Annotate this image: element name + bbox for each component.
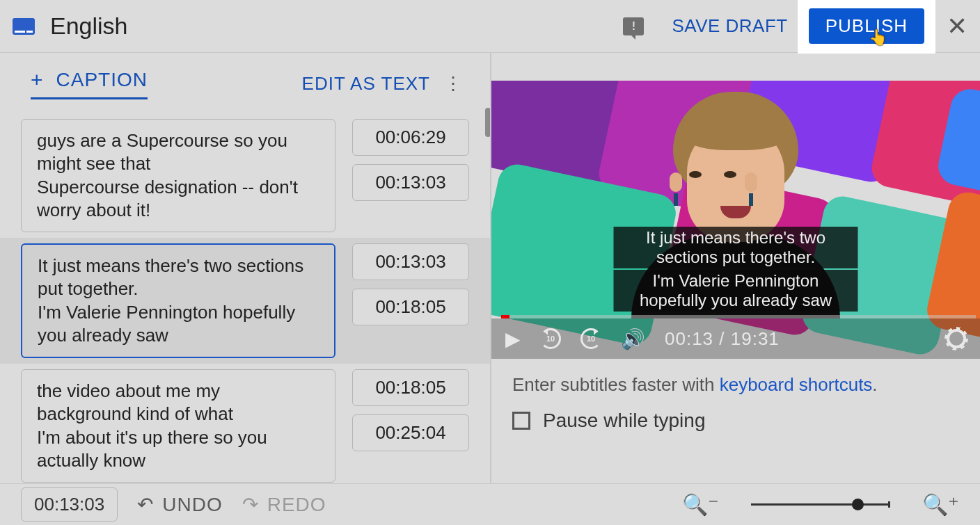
video-time-display: 00:13 / 19:31 — [665, 328, 780, 350]
caption-text-input[interactable]: guys are a Supercourse so you might see … — [21, 119, 335, 232]
header-bar: English ! SAVE DRAFT PUBLISH 👆 ✕ — [0, 0, 980, 53]
play-icon[interactable]: ▶ — [505, 328, 521, 350]
caption-row[interactable]: the video about me my background kind of… — [21, 364, 469, 483]
undo-label: UNDO — [162, 494, 222, 516]
redo-label: REDO — [267, 494, 326, 516]
plus-icon: + — [31, 68, 44, 92]
caption-text-input[interactable]: It just means there's two sections put t… — [21, 243, 335, 358]
save-draft-button[interactable]: SAVE DRAFT — [672, 15, 787, 37]
video-controls: ▶ 10 10 🔊 00:13 / 19:31 — [491, 318, 980, 359]
language-title: English — [50, 13, 128, 40]
zoom-slider-thumb[interactable] — [852, 499, 864, 510]
volume-icon[interactable]: 🔊 — [621, 328, 645, 350]
publish-button-label: PUBLISH — [825, 15, 908, 36]
settings-gear-icon[interactable] — [947, 329, 966, 348]
caption-start-time[interactable]: 00:18:05 — [352, 369, 469, 406]
caption-row[interactable]: It just means there's two sections put t… — [0, 238, 490, 364]
publish-button[interactable]: PUBLISH 👆 — [809, 8, 924, 44]
scrollbar-thumb[interactable] — [485, 108, 490, 137]
more-options-icon[interactable]: ⋮ — [444, 73, 462, 95]
replay-10-icon[interactable]: 10 — [540, 328, 561, 349]
keyboard-shortcuts-link[interactable]: keyboard shortcuts — [720, 374, 873, 395]
caption-start-time[interactable]: 00:13:03 — [352, 243, 469, 280]
timeline-current-time[interactable]: 00:13:03 — [21, 487, 118, 522]
video-player[interactable]: It just means there's two sections put t… — [491, 81, 980, 359]
tip-text: . — [872, 374, 877, 395]
keyboard-shortcuts-tip: Enter subtitles faster with keyboard sho… — [491, 359, 980, 396]
caption-list: guys are a Supercourse so you might see … — [0, 106, 490, 483]
video-caption-overlay: It just means there's two sections put t… — [614, 227, 858, 313]
caption-row[interactable]: guys are a Supercourse so you might see … — [21, 113, 469, 238]
main-area: + CAPTION EDIT AS TEXT ⋮ guys are a Supe… — [0, 53, 980, 483]
caption-end-time[interactable]: 00:18:05 — [352, 289, 469, 325]
pause-while-typing-label: Pause while typing — [543, 410, 705, 432]
caption-editor-panel: + CAPTION EDIT AS TEXT ⋮ guys are a Supe… — [0, 53, 491, 483]
caption-end-time[interactable]: 00:13:03 — [352, 164, 469, 201]
publish-highlight: PUBLISH 👆 — [799, 0, 934, 52]
redo-button[interactable]: ↷ REDO — [242, 493, 326, 516]
zoom-out-icon[interactable]: 🔍⁻ — [682, 492, 719, 517]
forward-10-icon[interactable]: 10 — [580, 328, 601, 349]
caption-end-time[interactable]: 00:25:04 — [352, 414, 469, 451]
caption-toolbar: + CAPTION EDIT AS TEXT ⋮ — [0, 53, 490, 106]
caption-text-input[interactable]: the video about me my background kind of… — [21, 369, 335, 483]
zoom-in-icon[interactable]: 🔍⁺ — [922, 492, 959, 517]
undo-icon: ↶ — [137, 493, 154, 516]
undo-button[interactable]: ↶ UNDO — [137, 493, 222, 516]
zoom-slider[interactable] — [751, 503, 890, 506]
edit-as-text-button[interactable]: EDIT AS TEXT — [302, 73, 430, 95]
footer-bar: 00:13:03 ↶ UNDO ↷ REDO 🔍⁻ 🔍⁺ — [0, 483, 980, 525]
cursor-icon: 👆 — [869, 29, 888, 47]
close-button[interactable]: ✕ — [947, 12, 967, 41]
caption-start-time[interactable]: 00:06:29 — [352, 119, 469, 156]
pause-while-typing-option[interactable]: Pause while typing — [491, 396, 980, 446]
video-caption-line: It just means there's two sections put t… — [614, 227, 858, 268]
subtitles-app-icon — [13, 18, 35, 35]
tip-text: Enter subtitles faster with — [512, 374, 720, 395]
feedback-icon[interactable]: ! — [623, 17, 644, 35]
checkbox-icon[interactable] — [512, 412, 530, 430]
add-caption-label: CAPTION — [56, 69, 148, 91]
add-caption-button[interactable]: + CAPTION — [31, 68, 148, 99]
redo-icon: ↷ — [242, 493, 259, 516]
preview-panel: It just means there's two sections put t… — [491, 53, 980, 483]
video-caption-line: I'm Valerie Pennington hopefully you alr… — [614, 270, 858, 312]
